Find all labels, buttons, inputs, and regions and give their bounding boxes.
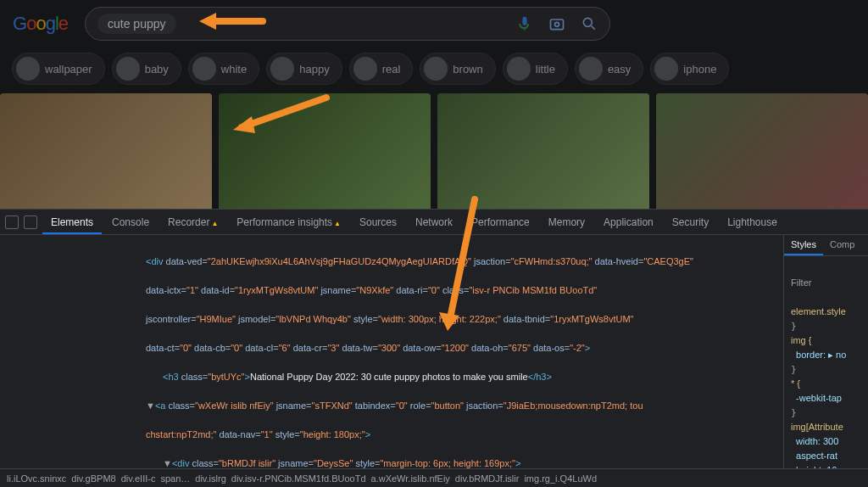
image-results xyxy=(0,90,868,216)
tab-performance[interactable]: Performance xyxy=(463,211,538,233)
svg-rect-0 xyxy=(551,20,564,30)
search-icon[interactable] xyxy=(581,15,598,32)
tab-sources[interactable]: Sources xyxy=(351,211,405,233)
styles-panel: Styles Comp Filter element.style } img {… xyxy=(783,235,868,468)
devtools-tabs: Elements Console Recorder Performance in… xyxy=(0,210,868,235)
filter-happy[interactable]: happy xyxy=(266,53,342,85)
result-image-4[interactable] xyxy=(656,93,868,212)
filter-white[interactable]: white xyxy=(188,53,259,85)
tab-perf-insights[interactable]: Performance insights xyxy=(228,211,349,233)
filter-iphone[interactable]: iphone xyxy=(650,53,729,85)
filter-wallpaper[interactable]: wallpaper xyxy=(12,53,105,85)
filter-easy[interactable]: easy xyxy=(575,53,643,85)
filter-bar: wallpaper baby white happy real brown li… xyxy=(0,48,868,90)
devtools-panel: Elements Console Recorder Performance in… xyxy=(0,209,868,487)
search-bar[interactable]: cute puppy xyxy=(85,7,610,41)
device-mode-icon[interactable] xyxy=(24,216,37,229)
tab-network[interactable]: Network xyxy=(407,211,461,233)
tab-console[interactable]: Console xyxy=(103,211,158,233)
svg-point-1 xyxy=(555,22,559,26)
tab-elements[interactable]: Elements xyxy=(42,211,102,233)
inspect-icon[interactable] xyxy=(5,216,19,229)
result-image-2[interactable] xyxy=(219,93,431,212)
filter-real[interactable]: real xyxy=(349,53,414,85)
tab-recorder[interactable]: Recorder xyxy=(159,211,226,233)
svg-line-3 xyxy=(592,26,595,30)
tab-lighthouse[interactable]: Lighthouse xyxy=(719,211,786,233)
mic-icon[interactable] xyxy=(516,15,533,32)
filter-brown[interactable]: brown xyxy=(420,53,495,85)
breadcrumb[interactable]: li.iLOvc.sninxcdiv.gBPM8div.eIII-cspan…d… xyxy=(0,468,868,487)
svg-point-2 xyxy=(583,18,592,26)
camera-icon[interactable] xyxy=(548,15,565,32)
computed-tab[interactable]: Comp xyxy=(823,235,861,255)
result-image-3[interactable] xyxy=(437,93,649,212)
styles-filter[interactable]: Filter xyxy=(791,277,811,288)
filter-baby[interactable]: baby xyxy=(112,53,181,85)
filter-little[interactable]: little xyxy=(503,53,568,85)
search-chip[interactable]: cute puppy xyxy=(97,14,176,34)
tab-memory[interactable]: Memory xyxy=(540,211,593,233)
tab-security[interactable]: Security xyxy=(664,211,717,233)
styles-tab[interactable]: Styles xyxy=(784,235,823,255)
result-image-1[interactable] xyxy=(0,93,212,212)
dom-tree[interactable]: <div data-ved="2ahUKEwjhx9iXu4L6AhVsj9gF… xyxy=(0,235,783,468)
tab-application[interactable]: Application xyxy=(595,211,662,233)
google-logo[interactable]: Google xyxy=(13,13,68,35)
